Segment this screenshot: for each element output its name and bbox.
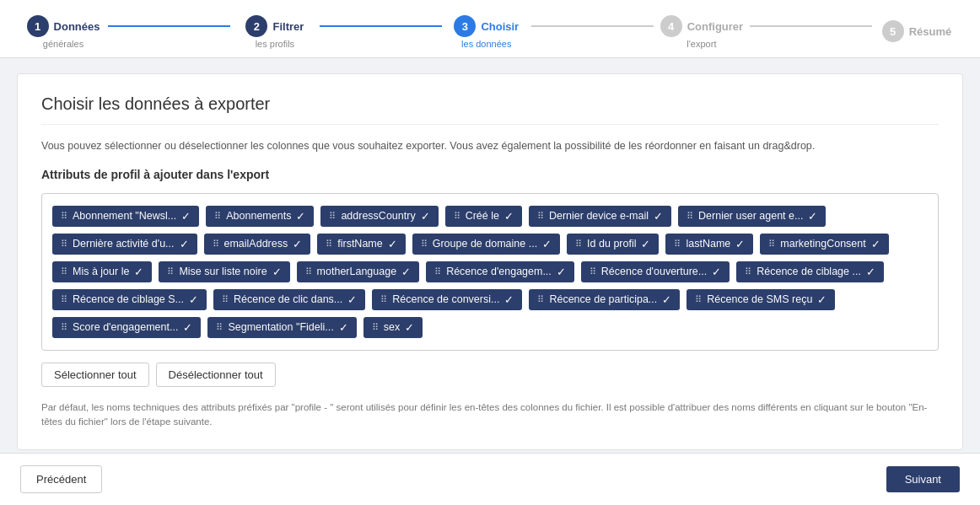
drag-handle-icon: ⠿	[61, 294, 67, 305]
drag-handle-icon: ⠿	[421, 239, 428, 250]
tag-item[interactable]: ⠿Récence de ciblage ...✓	[736, 261, 884, 282]
bottom-nav: Précédent Suivant	[0, 453, 980, 465]
drag-handle-icon: ⠿	[61, 266, 67, 277]
tag-item[interactable]: ⠿Récence d'ouverture...✓	[581, 261, 730, 282]
check-icon: ✓	[134, 266, 143, 278]
tag-item[interactable]: ⠿Dernière activité d'u...✓	[52, 234, 197, 255]
check-icon: ✓	[401, 266, 411, 278]
drag-handle-icon: ⠿	[167, 266, 174, 277]
drag-handle-icon: ⠿	[61, 239, 67, 250]
tag-item[interactable]: ⠿marketingConsent✓	[760, 234, 888, 255]
wizard-line-2	[320, 25, 442, 27]
check-icon: ✓	[183, 321, 192, 334]
wizard-step-5[interactable]: 5 Résumé	[879, 20, 955, 44]
tag-label: Récence de participa...	[549, 293, 657, 305]
description-text: Vous pouvez sélectionner ou déselectionn…	[41, 138, 939, 154]
drag-handle-icon: ⠿	[326, 239, 332, 250]
tag-item[interactable]: ⠿Récence de ciblage S...✓	[52, 289, 207, 310]
tag-item[interactable]: ⠿emailAddress✓	[204, 234, 311, 255]
tag-item[interactable]: ⠿motherLanguage✓	[297, 261, 420, 282]
drag-handle-icon: ⠿	[222, 294, 229, 305]
wizard-step-1[interactable]: 1 Données générales	[25, 15, 101, 49]
check-icon: ✓	[181, 210, 191, 223]
check-icon: ✓	[542, 238, 552, 250]
tag-label: Dernier user agent e...	[698, 210, 803, 222]
tag-label: addressCountry	[341, 210, 415, 222]
check-icon: ✓	[735, 238, 745, 250]
tag-item[interactable]: ⠿Mis à jour le✓	[52, 261, 152, 282]
check-icon: ✓	[421, 210, 430, 223]
drag-handle-icon: ⠿	[434, 266, 441, 277]
deselect-all-button[interactable]: Désélectionner tout	[156, 363, 276, 387]
tag-item[interactable]: ⠿lastName✓	[665, 234, 753, 255]
tag-item[interactable]: ⠿Récence de participa...✓	[529, 289, 680, 310]
check-icon: ✓	[180, 238, 189, 250]
tag-label: lastName	[686, 238, 730, 250]
wizard-line-3	[531, 25, 654, 27]
step-circle-1: 1	[27, 15, 49, 37]
wizard-step-2[interactable]: 2 Filtrer les profils	[237, 15, 313, 49]
tag-item[interactable]: ⠿sex✓	[363, 317, 423, 338]
tag-item[interactable]: ⠿Récence de clic dans...✓	[213, 289, 365, 310]
check-icon: ✓	[388, 238, 397, 250]
step-circle-5: 5	[882, 20, 904, 42]
tag-label: firstName	[337, 238, 382, 250]
drag-handle-icon: ⠿	[674, 239, 681, 250]
tag-label: motherLanguage	[317, 266, 397, 277]
tag-item[interactable]: ⠿Dernier user agent e...✓	[678, 206, 826, 227]
tag-label: Mis à jour le	[73, 266, 129, 277]
drag-handle-icon: ⠿	[61, 322, 67, 333]
tag-label: Dernier device e-mail	[549, 210, 649, 222]
check-icon: ✓	[662, 293, 671, 306]
tag-item[interactable]: ⠿Abonnement "Newsl...✓	[52, 206, 199, 227]
tag-label: Mise sur liste noire	[179, 266, 267, 277]
check-icon: ✓	[405, 321, 414, 334]
check-icon: ✓	[189, 293, 198, 306]
tag-label: Abonnements	[226, 210, 291, 222]
step-circle-3: 3	[454, 15, 476, 37]
drag-handle-icon: ⠿	[575, 239, 582, 250]
tag-item[interactable]: ⠿Récence de conversi...✓	[372, 289, 522, 310]
tag-item[interactable]: ⠿Abonnements✓	[206, 206, 314, 227]
tag-label: Récence d'engagem...	[446, 266, 552, 277]
wizard-step-3[interactable]: 3 Choisir les données	[449, 15, 525, 49]
tag-item[interactable]: ⠿Récence d'engagem...✓	[426, 261, 574, 282]
select-all-button[interactable]: Sélectionner tout	[41, 363, 149, 387]
tag-item[interactable]: ⠿Dernier device e-mail✓	[529, 206, 671, 227]
tag-label: Récence d'ouverture...	[601, 266, 707, 277]
check-icon: ✓	[296, 210, 305, 223]
tag-label: Abonnement "Newsl...	[73, 210, 176, 222]
tag-label: Score d'engagement...	[73, 321, 178, 333]
check-icon: ✓	[641, 238, 650, 250]
tag-item[interactable]: ⠿addressCountry✓	[320, 206, 438, 227]
check-icon: ✓	[504, 293, 514, 306]
tag-label: Id du profil	[587, 238, 636, 250]
tag-item[interactable]: ⠿Récence de SMS reçu✓	[687, 289, 835, 310]
tag-item[interactable]: ⠿Segmentation "Fideli...✓	[207, 317, 356, 338]
drag-handle-icon: ⠿	[213, 239, 219, 250]
page-title: Choisir les données à exporter	[41, 94, 939, 125]
tag-item[interactable]: ⠿Groupe de domaine ...✓	[412, 234, 560, 255]
tag-item[interactable]: ⠿firstName✓	[317, 234, 405, 255]
step-circle-2: 2	[245, 15, 267, 37]
tags-container: ⠿Abonnement "Newsl...✓⠿Abonnements✓⠿addr…	[41, 193, 939, 351]
step-sublabel-1: générales	[43, 39, 83, 49]
check-icon: ✓	[339, 321, 348, 334]
tag-item[interactable]: ⠿Score d'engagement...✓	[52, 317, 201, 338]
tag-label: Récence de clic dans...	[234, 293, 342, 305]
drag-handle-icon: ⠿	[216, 322, 223, 333]
check-icon: ✓	[817, 293, 827, 306]
drag-handle-icon: ⠿	[537, 211, 544, 222]
tag-label: Récence de ciblage ...	[757, 266, 861, 277]
wizard-line-4	[750, 25, 872, 27]
tag-item[interactable]: ⠿Créé le✓	[445, 206, 522, 227]
tag-label: marketingConsent	[780, 238, 865, 250]
check-icon: ✓	[293, 238, 302, 250]
step-sublabel-4: l'export	[687, 39, 716, 49]
tag-item[interactable]: ⠿Id du profil✓	[567, 234, 659, 255]
wizard-step-4[interactable]: 4 Configurer l'export	[660, 15, 743, 49]
drag-handle-icon: ⠿	[687, 211, 693, 222]
check-icon: ✓	[871, 238, 880, 250]
tag-item[interactable]: ⠿Mise sur liste noire✓	[159, 261, 289, 282]
drag-handle-icon: ⠿	[768, 239, 775, 250]
